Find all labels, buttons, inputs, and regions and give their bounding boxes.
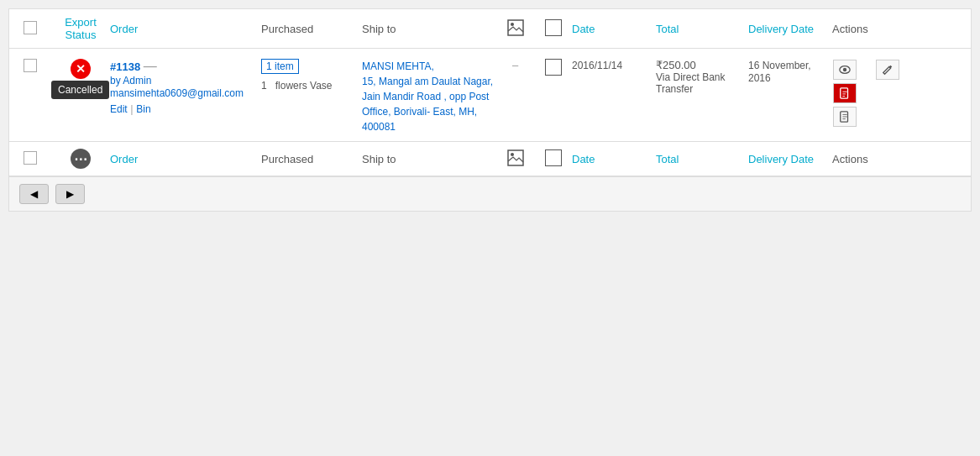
row-square-icon (545, 59, 562, 76)
order-number-link[interactable]: #1138 (110, 60, 140, 73)
footer-shipto-label: Ship to (362, 153, 396, 165)
ship-address-text: 15, Mangal am Daulat Nagar, Jain Mandir … (362, 74, 496, 134)
row-shipto-col: MANSI MEHTA, 15, Mangal am Daulat Nagar,… (362, 55, 496, 134)
footer-checkbox-col (9, 151, 51, 167)
order-row-1138: ✕ Cancelled #1138 — by Admin mansimehta0… (9, 49, 971, 142)
order-date: 2016/11/14 (572, 60, 622, 71)
header-delivery-col: Delivery Date (748, 23, 832, 35)
footer-date-label: Date (572, 153, 595, 165)
ship-name-text: MANSI MEHTA, (362, 60, 434, 72)
order-email: mansimehta0609@gmail.com (110, 87, 244, 99)
header-purchased-col: Purchased (261, 23, 362, 35)
footer-img1-col (496, 149, 534, 169)
item-quantity: 1 (261, 80, 267, 92)
footer-order-col: Order (110, 153, 261, 165)
footer-export-circle-icon[interactable]: ⋯ (71, 149, 91, 169)
footer-actions-col: Actions (832, 153, 916, 165)
footer-delivery-label: Delivery Date (748, 153, 814, 165)
header-square-col (534, 19, 572, 39)
footer-image-icon (507, 149, 524, 166)
header-export-label: Export Status (65, 16, 97, 41)
row-checkbox-col (9, 55, 51, 75)
footer-purchased-label: Purchased (261, 153, 313, 165)
header-total-col: Total (656, 23, 748, 35)
header-export-col: Export Status (51, 16, 110, 41)
header-total-label: Total (656, 23, 679, 35)
order-by-label: by Admin (110, 75, 151, 86)
row-actions-col (832, 55, 916, 128)
svg-rect-4 (841, 88, 848, 98)
action-buttons-grid (832, 59, 916, 128)
pagination-prev-button[interactable]: ◀ (19, 184, 49, 204)
document-icon (839, 111, 851, 123)
footer-date-col: Date (572, 153, 656, 165)
ship-name: MANSI MEHTA, (362, 59, 496, 74)
row-delivery-col: 16 November, 2016 (748, 55, 832, 84)
footer-export-col: ⋯ (51, 149, 110, 169)
document-button[interactable] (833, 107, 857, 127)
svg-rect-0 (508, 20, 523, 35)
svg-point-3 (843, 68, 846, 71)
svg-point-7 (511, 153, 514, 156)
footer-delivery-col: Delivery Date (748, 153, 832, 165)
footer-header-checkbox[interactable] (24, 151, 37, 165)
header-date-col: Date (572, 23, 656, 35)
pagination-next-button[interactable]: ▶ (55, 184, 85, 204)
table-footer-header-row: ⋯ Order Purchased Ship to Date Total (9, 142, 971, 176)
footer-order-label: Order (110, 153, 138, 165)
item-name: flowers Vase (275, 80, 333, 92)
header-order-label: Order (110, 23, 138, 35)
pagination-bar: ◀ ▶ (9, 176, 971, 211)
view-button[interactable] (833, 60, 857, 80)
order-edit-link[interactable]: Edit (110, 103, 128, 115)
table-header-row: Export Status Order Purchased Ship to Da… (9, 9, 971, 49)
order-bin-link[interactable]: Bin (136, 103, 150, 115)
header-img1-col (496, 19, 534, 39)
export-red-button[interactable] (833, 83, 857, 103)
row-export-col: ✕ Cancelled (51, 55, 110, 79)
total-via: Via Direct Bank Transfer (656, 71, 748, 95)
footer-purchased-col: Purchased (261, 153, 362, 165)
view-icon (839, 64, 851, 76)
header-purchased-label: Purchased (261, 23, 313, 35)
row-total-col: ₹250.00 Via Direct Bank Transfer (656, 55, 748, 95)
header-date-label: Date (572, 23, 595, 35)
row-checkbox[interactable] (24, 59, 37, 72)
svg-point-1 (511, 23, 514, 26)
delivery-date: 16 November, 2016 (748, 60, 811, 84)
export-icon (839, 87, 851, 99)
cancel-status-icon[interactable]: ✕ (71, 59, 91, 79)
row-date-col: 2016/11/14 (572, 55, 656, 71)
header-shipto-label: Ship to (362, 23, 396, 35)
footer-total-label: Total (656, 153, 679, 165)
header-order-col: Order (110, 23, 261, 35)
row-img2-col (534, 55, 572, 78)
header-image-icon (507, 19, 524, 36)
row-order-col: #1138 — by Admin mansimehta0609@gmail.co… (110, 55, 261, 115)
edit-icon (882, 64, 894, 76)
row-purchased-col: 1 item 1 flowers Vase (261, 55, 362, 92)
header-checkbox-col (9, 21, 51, 37)
footer-square-icon (545, 149, 562, 166)
header-checkbox[interactable] (24, 21, 37, 34)
footer-square-col (534, 149, 572, 169)
img1-dash: – (512, 59, 518, 71)
footer-actions-label: Actions (832, 153, 868, 165)
orders-table: Export Status Order Purchased Ship to Da… (8, 8, 972, 212)
header-actions-col: Actions (832, 23, 916, 35)
edit-button[interactable] (876, 60, 899, 80)
row-img1-col: – (496, 55, 534, 71)
item-count-badge: 1 item (261, 59, 299, 74)
total-amount: ₹250.00 (656, 59, 748, 71)
footer-total-col: Total (656, 153, 748, 165)
order-dash: — (144, 59, 157, 73)
header-delivery-label: Delivery Date (748, 23, 814, 35)
svg-rect-6 (508, 150, 523, 165)
cancelled-tooltip: Cancelled (51, 81, 109, 99)
header-actions-label: Actions (832, 23, 868, 35)
footer-shipto-col: Ship to (362, 153, 496, 165)
header-shipto-col: Ship to (362, 23, 496, 35)
header-square-icon (545, 19, 562, 36)
